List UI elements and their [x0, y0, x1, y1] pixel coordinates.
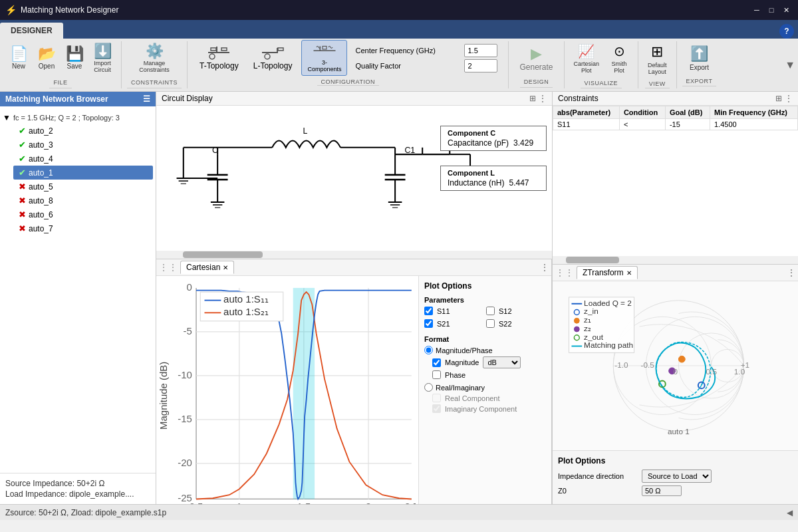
status-nav-left[interactable]: ◀ — [787, 508, 793, 517]
ztransform-tab[interactable]: ZTransform ✕ — [577, 266, 638, 279]
open-button[interactable]: 📂 Open — [33, 45, 60, 72]
svg-rect-5 — [262, 52, 278, 53]
circuit-panel-title-bar: Circuit Display ⊞ ⋮ — [156, 92, 552, 106]
default-layout-button[interactable]: ⊞ DefaultLayout — [644, 41, 671, 77]
manage-constraints-button[interactable]: ⚙️ ManageConstraints — [133, 42, 176, 75]
ind-value: 5.447 — [509, 178, 529, 188]
svg-text:-5: -5 — [184, 325, 192, 336]
component-c-value: Capacitance (pF) 3.429 — [448, 138, 539, 148]
ztransform-tab-close[interactable]: ✕ — [626, 269, 632, 277]
cartesian-tab[interactable]: Cartesian ✕ — [180, 261, 234, 274]
tree-item-auto_4[interactable]: ✔auto_4 — [13, 152, 153, 166]
l-topology-button[interactable]: L-Topology — [248, 43, 298, 73]
parameters-section: Parameters S11 S12 — [424, 296, 546, 330]
help-button[interactable]: ? — [779, 24, 794, 39]
center-freq-input[interactable] — [464, 44, 497, 57]
tree-item-auto_2[interactable]: ✔auto_2 — [13, 124, 153, 138]
t-topology-icon — [207, 45, 231, 61]
maximize-button[interactable]: □ — [765, 3, 778, 17]
generate-button[interactable]: ▶ Generate — [514, 43, 558, 74]
circuit-panel-controls: ⊞ ⋮ — [529, 94, 547, 103]
minimize-button[interactable]: ─ — [750, 3, 763, 17]
cartesian-plot-button[interactable]: 📈 CartesianPlot — [570, 41, 604, 76]
cartesian-icon: 📈 — [578, 43, 595, 59]
magnitude-unit-select[interactable]: dB Linear — [483, 356, 521, 368]
constraint-condition: < — [619, 119, 665, 130]
constraints-menu-icon[interactable]: ⋮ — [785, 94, 793, 103]
auto_7-status-icon: ✖ — [19, 223, 26, 233]
designer-tab[interactable]: DESIGNER — [0, 23, 63, 39]
title-bar: ⚡ Matching Network Designer ─ □ ✕ — [0, 0, 798, 20]
real-component-checkbox — [432, 394, 441, 402]
real-component-label: Real Component — [445, 394, 500, 402]
constraints-expand-icon[interactable]: ⊞ — [775, 94, 782, 103]
tree-item-auto_7[interactable]: ✖auto_7 — [13, 221, 153, 235]
import-button[interactable]: ⬇️ ImportCircuit — [89, 42, 116, 75]
plot-options-title: Plot Options — [424, 281, 546, 291]
app-icon: ⚡ — [5, 5, 17, 15]
impedance-direction-select[interactable]: Source to Load Load to Source — [642, 469, 712, 483]
auto_5-label: auto_5 — [29, 182, 53, 192]
auto_6-status-icon: ✖ — [19, 209, 26, 219]
real-imaginary-radio[interactable] — [424, 383, 433, 392]
auto_3-label: auto_3 — [29, 140, 53, 150]
sidebar-title: Matching Network Browser ☰ — [0, 92, 156, 106]
circuit-expand-icon[interactable]: ⊞ — [529, 94, 536, 103]
tree-item-auto_8[interactable]: ✖auto_8 — [13, 194, 153, 207]
s12-label: S12 — [499, 307, 512, 315]
svg-text:z_in: z_in — [584, 307, 598, 315]
sidebar-menu-icon[interactable]: ☰ — [143, 94, 150, 104]
cartesian-tab-close[interactable]: ✕ — [223, 264, 228, 271]
new-label: New — [12, 63, 25, 70]
circuit-scrollbar-h[interactable] — [156, 251, 552, 259]
s22-checkbox[interactable] — [486, 319, 495, 328]
s21-checkbox[interactable] — [424, 319, 433, 328]
constraints-scrollbar-h[interactable] — [553, 256, 798, 264]
tab-bar: DESIGNER ? — [0, 20, 798, 39]
tree-item-auto_1[interactable]: ✔auto_1 — [13, 166, 153, 180]
quality-factor-input[interactable] — [464, 59, 497, 72]
ztransform-panel-menu[interactable]: ⋮ — [787, 268, 795, 277]
magnitude-checkbox[interactable] — [432, 358, 441, 367]
magnitude-phase-radio[interactable] — [424, 346, 433, 354]
config-section-label: CONFIGURATION — [317, 78, 379, 86]
s12-checkbox[interactable] — [486, 307, 495, 315]
smith-plot-button[interactable]: ⊙ SmithPlot — [606, 41, 632, 76]
new-button[interactable]: 📄 New — [5, 45, 32, 72]
constraint-goal: -15 — [665, 119, 710, 130]
component-c-title: Component C — [448, 129, 539, 137]
toolbar-design-group: ▶ Generate DESIGN — [509, 41, 564, 88]
svg-text:0.5: 0.5 — [706, 367, 718, 376]
toolbar-expand-button[interactable]: ▼ — [782, 41, 798, 88]
plot-options-bottom: Plot Options Impedance direction Source … — [553, 450, 798, 504]
z0-value: 50 Ω — [642, 485, 682, 496]
col-goal: Goal (dB) — [665, 106, 710, 119]
circuit-panel-title: Circuit Display — [162, 94, 213, 103]
sidebar-title-text: Matching Network Browser — [5, 94, 108, 104]
layout-label: DefaultLayout — [648, 62, 667, 75]
close-button[interactable]: ✕ — [779, 3, 793, 17]
phase-checkbox[interactable] — [432, 370, 441, 379]
circuit-menu-icon[interactable]: ⋮ — [539, 94, 547, 103]
cartesian-panel-menu[interactable]: ⋮ — [541, 263, 549, 272]
tree-expand-icon: ▼ — [3, 113, 11, 122]
l-label: L — [303, 126, 307, 136]
auto_4-label: auto_4 — [29, 154, 53, 164]
constraint-parameter: S11 — [553, 119, 620, 130]
svg-point-97 — [574, 327, 579, 332]
svg-text:z₁: z₁ — [584, 315, 591, 324]
col-parameter: abs(Parameter) — [553, 106, 620, 119]
svg-text:0.5: 0.5 — [190, 501, 203, 504]
svg-rect-9 — [313, 51, 335, 52]
tree-root-item[interactable]: ▼ fc = 1.5 GHz; Q = 2 ; Topology: 3 — [3, 112, 153, 124]
tree-item-auto_6[interactable]: ✖auto_6 — [13, 207, 153, 221]
three-components-label: 3-Components — [307, 59, 341, 72]
t-topology-button[interactable]: T-Topology — [194, 43, 244, 73]
save-button[interactable]: 💾 Save — [61, 45, 88, 72]
export-button[interactable]: ⬆️ Export — [686, 43, 713, 73]
three-components-button[interactable]: 3-Components — [301, 40, 347, 76]
tree-item-auto_3[interactable]: ✔auto_3 — [13, 138, 153, 152]
s11-checkbox[interactable] — [424, 307, 433, 315]
tree-item-auto_5[interactable]: ✖auto_5 — [13, 180, 153, 194]
constraints-panel: Constraints ⊞ ⋮ abs(Parameter) Condition… — [553, 92, 798, 265]
